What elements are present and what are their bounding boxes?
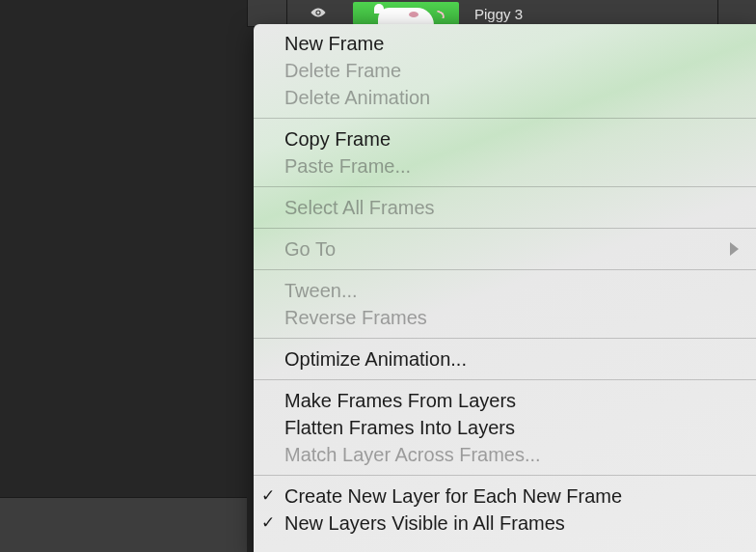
menu-item-label: Delete Frame [284, 57, 401, 84]
menu-item-new-frame[interactable]: New Frame [254, 30, 756, 57]
menu-item-label: Select All Frames [284, 194, 435, 221]
menu-item-label: Delete Animation [284, 84, 430, 111]
menu-item-label: Optimize Animation... [284, 345, 467, 373]
menu-item-label: Make Frames From Layers [284, 387, 516, 414]
menu-item-go-to: Go To [254, 235, 756, 262]
timeline-bottom-bar [0, 497, 247, 552]
menu-item-delete-frame: Delete Frame [254, 57, 756, 84]
menu-item-delete-animation: Delete Animation [254, 84, 756, 111]
menu-item-label: Go To [284, 235, 336, 262]
layer-col-right [717, 0, 756, 27]
layer-visibility-toggle[interactable] [287, 5, 349, 22]
menu-item-reverse-frames: Reverse Frames [254, 304, 756, 331]
menu-separator [254, 475, 756, 476]
menu-item-label: Copy Frame [284, 125, 391, 152]
menu-separator [254, 269, 756, 270]
menu-item-select-all-frames: Select All Frames [254, 194, 756, 221]
menu-item-label: Paste Frame... [284, 152, 411, 179]
layers-panel-row: Piggy 3 [247, 0, 756, 27]
layer-col-spacer [247, 0, 287, 27]
menu-item-label: Flatten Frames Into Layers [284, 414, 515, 441]
layer-name-label[interactable]: Piggy 3 [463, 6, 523, 22]
layer-thumbnail[interactable] [349, 0, 463, 27]
menu-item-label: Match Layer Across Frames... [284, 441, 541, 468]
menu-separator [254, 379, 756, 380]
menu-separator [254, 118, 756, 119]
timeline-context-menu: New FrameDelete FrameDelete AnimationCop… [254, 24, 756, 552]
layer-thumbnail-image [353, 2, 459, 25]
menu-item-flatten-frames-into-layers[interactable]: Flatten Frames Into Layers [254, 414, 756, 441]
submenu-arrow-icon [730, 242, 739, 256]
eye-icon [310, 5, 327, 22]
menu-item-make-frames-from-layers[interactable]: Make Frames From Layers [254, 387, 756, 414]
menu-item-create-new-layer-each-frame[interactable]: ✓Create New Layer for Each New Frame [254, 483, 756, 510]
menu-separator [254, 228, 756, 229]
menu-item-optimize-animation[interactable]: Optimize Animation... [254, 345, 756, 373]
menu-item-label: New Layers Visible in All Frames [284, 510, 565, 537]
menu-item-label: Reverse Frames [284, 304, 427, 331]
menu-separator [254, 186, 756, 187]
menu-item-match-layer-across-frames: Match Layer Across Frames... [254, 441, 756, 468]
menu-item-label: Tween... [284, 277, 358, 304]
menu-item-label: New Frame [284, 30, 384, 57]
menu-item-paste-frame: Paste Frame... [254, 152, 756, 179]
menu-item-copy-frame[interactable]: Copy Frame [254, 125, 756, 152]
menu-item-label: Create New Layer for Each New Frame [284, 483, 622, 510]
svg-point-0 [317, 12, 320, 14]
menu-separator [254, 338, 756, 339]
menu-item-tween: Tween... [254, 277, 756, 304]
checkmark-icon: ✓ [261, 510, 275, 537]
checkmark-icon: ✓ [261, 483, 275, 510]
menu-item-new-layers-visible-all-frames[interactable]: ✓New Layers Visible in All Frames [254, 510, 756, 537]
canvas-area [0, 0, 247, 497]
